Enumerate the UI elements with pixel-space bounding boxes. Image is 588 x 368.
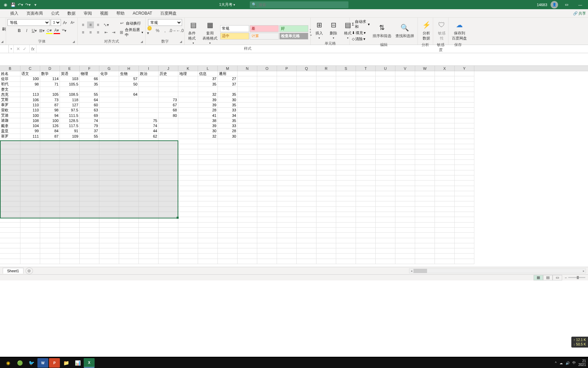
cell[interactable]: 初代: [0, 82, 20, 87]
column-header[interactable]: Q: [297, 66, 316, 71]
cell[interactable]: [99, 139, 119, 144]
save-icon[interactable]: 💾: [10, 2, 16, 7]
cell[interactable]: [80, 201, 99, 206]
cell[interactable]: [277, 155, 297, 160]
cell[interactable]: [139, 82, 159, 87]
cell[interactable]: [159, 196, 178, 201]
cell[interactable]: 赛文: [0, 87, 20, 92]
cell[interactable]: [238, 223, 257, 228]
cell[interactable]: [356, 71, 376, 76]
cell[interactable]: [336, 186, 356, 191]
cell[interactable]: [435, 87, 455, 92]
cell[interactable]: [395, 207, 415, 212]
column-header[interactable]: P: [277, 66, 297, 71]
cell[interactable]: [178, 238, 198, 243]
cell[interactable]: [376, 259, 395, 264]
cell[interactable]: [435, 108, 455, 113]
cell[interactable]: [316, 248, 336, 254]
cell[interactable]: 87: [40, 103, 60, 108]
cell[interactable]: [80, 259, 99, 264]
cell[interactable]: [415, 207, 435, 212]
cell[interactable]: [415, 223, 435, 228]
cell[interactable]: [40, 87, 60, 92]
cell[interactable]: [20, 259, 40, 264]
cell[interactable]: [178, 149, 198, 154]
cell[interactable]: [415, 92, 435, 97]
cell[interactable]: 35: [218, 118, 238, 123]
cell[interactable]: [395, 134, 415, 139]
alignment-launcher-icon[interactable]: ◢: [141, 40, 145, 44]
cell[interactable]: [415, 71, 435, 76]
cell[interactable]: [356, 259, 376, 264]
cell[interactable]: [455, 181, 474, 186]
cell[interactable]: [435, 118, 455, 123]
cell[interactable]: [277, 181, 297, 186]
add-sheet-button[interactable]: ⊕: [26, 267, 33, 274]
cell[interactable]: 39: [198, 103, 218, 108]
column-headers[interactable]: BCDEFGHIJKLMNOPQRSTUVWXY: [0, 66, 588, 71]
cell[interactable]: [455, 212, 474, 217]
cell[interactable]: [218, 149, 238, 154]
cell[interactable]: [455, 175, 474, 181]
cell[interactable]: [40, 259, 60, 264]
cell[interactable]: [395, 186, 415, 191]
cell[interactable]: [238, 238, 257, 243]
cell[interactable]: [356, 113, 376, 118]
cell[interactable]: [356, 139, 376, 144]
cell[interactable]: [356, 149, 376, 154]
cell[interactable]: [178, 228, 198, 233]
cell[interactable]: [297, 181, 316, 186]
cell[interactable]: [139, 254, 159, 259]
column-header[interactable]: D: [40, 66, 60, 71]
cell[interactable]: [119, 170, 139, 175]
cell[interactable]: 79: [80, 123, 99, 128]
cell[interactable]: [238, 160, 257, 165]
table-row[interactable]: [0, 248, 588, 254]
cell[interactable]: 杰克: [0, 92, 20, 97]
cell[interactable]: [395, 248, 415, 254]
table-row[interactable]: [0, 233, 588, 238]
cell[interactable]: [60, 139, 80, 144]
column-header[interactable]: M: [218, 66, 238, 71]
cell[interactable]: [139, 243, 159, 248]
cell[interactable]: [0, 186, 20, 191]
cell[interactable]: [99, 134, 119, 139]
cell[interactable]: 30: [198, 128, 218, 134]
cell[interactable]: [376, 123, 395, 128]
cell[interactable]: [238, 191, 257, 196]
cell[interactable]: [238, 207, 257, 212]
cell[interactable]: [139, 113, 159, 118]
cell[interactable]: [277, 233, 297, 238]
cell[interactable]: [238, 155, 257, 160]
cell[interactable]: [395, 149, 415, 154]
cell[interactable]: [297, 207, 316, 212]
table-row[interactable]: [0, 186, 588, 191]
cell[interactable]: 100: [20, 76, 40, 81]
cell[interactable]: 35: [198, 82, 218, 87]
cell[interactable]: [435, 170, 455, 175]
cell[interactable]: [159, 207, 178, 212]
cell[interactable]: [159, 87, 178, 92]
cell[interactable]: [257, 165, 277, 170]
cell[interactable]: [0, 201, 20, 206]
cell[interactable]: [80, 196, 99, 201]
cell[interactable]: [297, 97, 316, 102]
cell[interactable]: [159, 191, 178, 196]
cell[interactable]: [99, 191, 119, 196]
cell[interactable]: [297, 82, 316, 87]
cell[interactable]: [415, 87, 435, 92]
cell[interactable]: [238, 87, 257, 92]
cell[interactable]: [336, 82, 356, 87]
cell[interactable]: 戴拿: [0, 123, 20, 128]
cell[interactable]: [119, 217, 139, 222]
cell[interactable]: [415, 238, 435, 243]
cell[interactable]: [20, 144, 40, 149]
cell[interactable]: [257, 181, 277, 186]
cell[interactable]: 110: [20, 108, 40, 113]
cell[interactable]: [80, 217, 99, 222]
cell[interactable]: [40, 228, 60, 233]
cell[interactable]: [139, 165, 159, 170]
cell[interactable]: [455, 144, 474, 149]
cell[interactable]: [336, 71, 356, 76]
cell[interactable]: [178, 233, 198, 238]
